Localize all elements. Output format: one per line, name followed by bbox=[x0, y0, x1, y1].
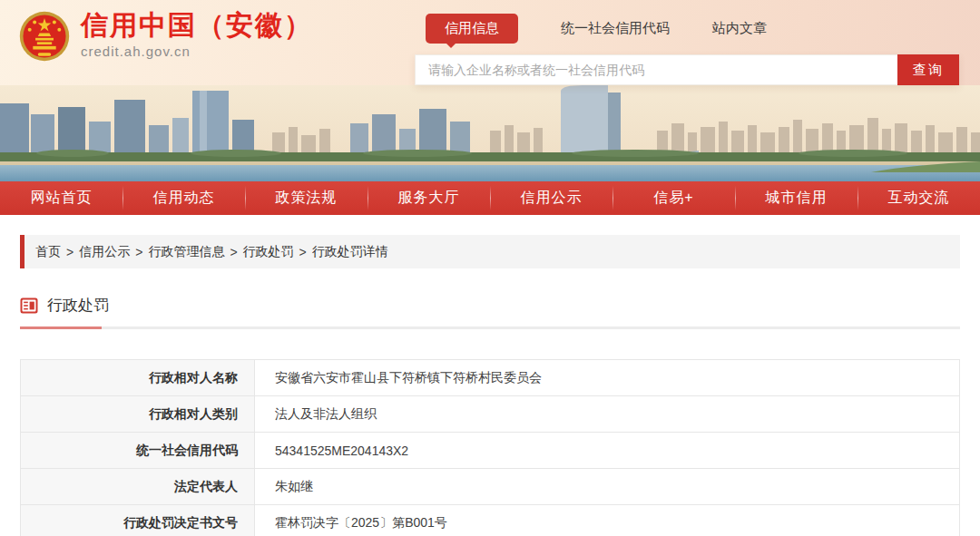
table-row: 行政处罚决定书文号 霍林罚决字〔2025〕第B001号 bbox=[21, 505, 960, 536]
tab-unified-social-credit-code[interactable]: 统一社会信用代码 bbox=[561, 20, 670, 37]
row-label-credit-code: 统一社会信用代码 bbox=[21, 433, 255, 469]
nav-item-service-hall[interactable]: 服务大厅 bbox=[368, 181, 490, 215]
page: 信用中国（安徽） credit.ah.gov.cn 信用信息 统一社会信用代码 … bbox=[0, 0, 980, 536]
main-content: 首页 > 信用公示 > 行政管理信息 > 行政处罚 > 行政处罚详情 行政处罚 bbox=[0, 215, 980, 536]
row-label-party-name: 行政相对人名称 bbox=[21, 360, 255, 396]
nav-item-interaction[interactable]: 互动交流 bbox=[858, 181, 980, 215]
nav-item-xinyi-plus[interactable]: 信易+ bbox=[612, 181, 735, 215]
penalty-detail-table: 行政相对人名称 安徽省六安市霍山县下符桥镇下符桥村民委员会 行政相对人类别 法人… bbox=[20, 359, 960, 536]
city-skyline-banner-image bbox=[0, 85, 980, 181]
breadcrumb-admin-penalty-detail: 行政处罚详情 bbox=[312, 244, 388, 260]
main-nav: 网站首页 信用动态 政策法规 服务大厅 信用公示 信易+ 城市信用 互动交流 bbox=[0, 181, 980, 215]
nav-item-credit-publicity[interactable]: 信用公示 bbox=[490, 181, 612, 215]
nav-item-city-credit[interactable]: 城市信用 bbox=[735, 181, 858, 215]
nav-item-home[interactable]: 网站首页 bbox=[0, 181, 122, 215]
table-row: 法定代表人 朱如继 bbox=[21, 469, 960, 505]
search-panel: 信用信息 统一社会信用代码 站内文章 查询 bbox=[415, 15, 959, 85]
breadcrumb-admin-management-info[interactable]: 行政管理信息 bbox=[148, 244, 224, 260]
row-value-party-name: 安徽省六安市霍山县下符桥镇下符桥村民委员会 bbox=[255, 360, 960, 396]
site-domain: credit.ah.gov.cn bbox=[81, 44, 313, 59]
row-value-party-type: 法人及非法人组织 bbox=[255, 396, 960, 433]
row-value-credit-code: 54341525ME204143X2 bbox=[255, 433, 960, 469]
row-value-legal-representative: 朱如继 bbox=[255, 469, 960, 505]
search-input[interactable] bbox=[415, 54, 897, 85]
search-button[interactable]: 查询 bbox=[897, 54, 959, 85]
section-header: 行政处罚 bbox=[20, 295, 960, 316]
site-title: 信用中国（安徽） bbox=[81, 10, 313, 41]
table-row: 行政相对人名称 安徽省六安市霍山县下符桥镇下符桥村民委员会 bbox=[21, 360, 960, 396]
nav-item-policies[interactable]: 政策法规 bbox=[245, 181, 368, 215]
breadcrumb-admin-penalty[interactable]: 行政处罚 bbox=[243, 244, 294, 260]
table-row: 统一社会信用代码 54341525ME204143X2 bbox=[21, 433, 960, 469]
row-label-party-type: 行政相对人类别 bbox=[21, 396, 255, 433]
search-bar: 查询 bbox=[415, 54, 959, 85]
section-divider bbox=[20, 326, 960, 329]
search-tabs: 信用信息 统一社会信用代码 站内文章 bbox=[415, 15, 959, 42]
logo-text: 信用中国（安徽） credit.ah.gov.cn bbox=[81, 10, 313, 59]
breadcrumb: 首页 > 信用公示 > 行政管理信息 > 行政处罚 > 行政处罚详情 bbox=[20, 235, 960, 268]
site-header: 信用中国（安徽） credit.ah.gov.cn 信用信息 统一社会信用代码 … bbox=[0, 0, 980, 181]
breadcrumb-credit-publicity[interactable]: 信用公示 bbox=[79, 244, 130, 260]
nav-item-credit-news[interactable]: 信用动态 bbox=[122, 181, 245, 215]
document-list-icon bbox=[20, 297, 38, 315]
tab-credit-info[interactable]: 信用信息 bbox=[426, 14, 518, 44]
table-row: 行政相对人类别 法人及非法人组织 bbox=[21, 396, 960, 433]
row-value-decision-doc-number: 霍林罚决字〔2025〕第B001号 bbox=[255, 505, 960, 536]
tab-site-articles[interactable]: 站内文章 bbox=[712, 20, 767, 37]
breadcrumb-separator: > bbox=[66, 245, 74, 259]
breadcrumb-separator: > bbox=[135, 245, 142, 259]
breadcrumb-home[interactable]: 首页 bbox=[35, 244, 61, 260]
national-emblem-icon bbox=[18, 10, 71, 63]
site-logo: 信用中国（安徽） credit.ah.gov.cn bbox=[18, 10, 313, 63]
breadcrumb-separator: > bbox=[230, 245, 237, 259]
row-label-decision-doc-number: 行政处罚决定书文号 bbox=[21, 505, 255, 536]
row-label-legal-representative: 法定代表人 bbox=[21, 469, 255, 505]
section-title: 行政处罚 bbox=[47, 295, 109, 316]
breadcrumb-separator: > bbox=[299, 245, 307, 259]
